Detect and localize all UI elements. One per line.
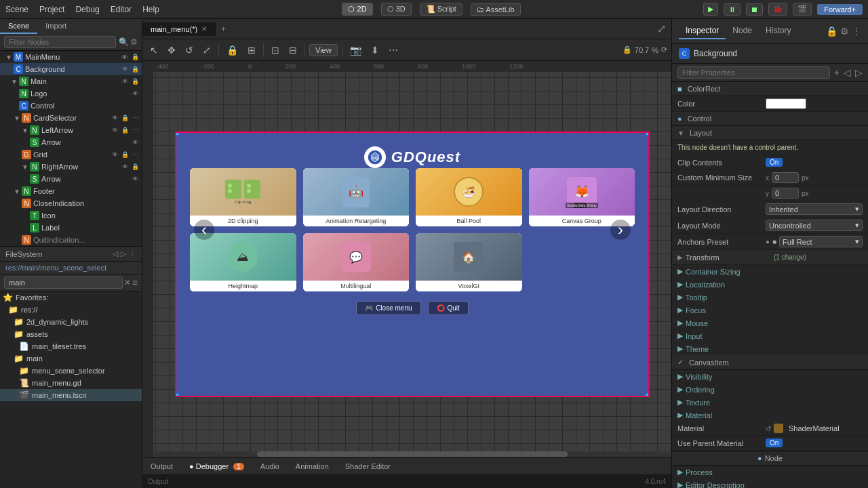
lock-main[interactable]: 🔒 <box>131 77 139 85</box>
more-grid[interactable]: ⋯ <box>131 150 139 159</box>
tab-add-btn[interactable]: + <box>216 22 231 37</box>
tab-node[interactable]: Node <box>726 23 759 39</box>
scrollbar-horizontal[interactable] <box>153 451 671 457</box>
tab-inspector[interactable]: Inspector <box>679 23 726 39</box>
tree-item-quitind[interactable]: N QuitIndication... <box>0 234 142 246</box>
transform-chevron[interactable]: ▶ <box>677 253 683 261</box>
more-la[interactable]: ⋯ <box>131 126 139 134</box>
add-property-btn[interactable]: + <box>834 67 840 78</box>
tree-item-icon[interactable]: T Icon <box>0 209 142 222</box>
card-2d-clipping[interactable]: Clip Frog 2D clipping <box>190 168 296 226</box>
layout-dir-dropdown[interactable]: Inherited ▾ <box>766 203 863 215</box>
lock-cs[interactable]: 🔒 <box>121 114 129 122</box>
section-texture[interactable]: ▶ Texture <box>672 396 868 409</box>
move-tool[interactable]: ✥ <box>164 43 179 58</box>
menu-help[interactable]: Help <box>142 5 159 14</box>
camera-btn[interactable]: 📷 <box>347 43 365 58</box>
tree-item-rightarrow[interactable]: ▼ N RightArrow 👁 🔒 <box>0 161 142 173</box>
tree-item-main[interactable]: ▼ N Main 👁 🔒 <box>0 75 142 87</box>
rotate-tool[interactable]: ↺ <box>182 43 197 58</box>
fs-menu-btn[interactable]: ⋮ <box>129 249 136 258</box>
tree-item-cardselector[interactable]: ▼ N CardSelector 👁 🔒 ⋯ <box>0 112 142 124</box>
fs-main-tscn[interactable]: 🎬 main_menu.tscn <box>0 389 142 401</box>
fs-close-icon[interactable]: ✕ <box>124 278 131 287</box>
zoom-reset-btn[interactable]: ⟳ <box>661 45 667 54</box>
tree-item-grid[interactable]: G Grid 👁 🔒 ⋯ <box>0 148 142 161</box>
tree-item-background[interactable]: C Background 👁 🔒 <box>0 63 142 75</box>
card-ball-pool[interactable]: 🍜 Ball Pool <box>416 168 522 226</box>
play-button[interactable]: ▶ <box>703 3 718 16</box>
nav-right-arrow[interactable]: › <box>610 220 631 240</box>
menu-editor[interactable]: Editor <box>111 5 132 14</box>
tab-scene[interactable]: Scene <box>0 19 37 34</box>
inspector-lock-icon[interactable]: 🔒 <box>826 26 837 37</box>
fs-main-gd[interactable]: 📜 main_menu.gd <box>0 377 142 389</box>
filter-properties-input[interactable] <box>677 66 830 79</box>
tab-audio[interactable]: Audio <box>252 460 288 472</box>
use-parent-toggle[interactable]: On <box>766 439 783 447</box>
canvas-frame[interactable]: GQ GDQuest ‹ <box>175 131 650 397</box>
section-input[interactable]: ▶ Input <box>672 329 868 342</box>
fs-filter-input[interactable] <box>4 277 123 289</box>
mode-2d[interactable]: ⬡ 2D <box>342 3 372 16</box>
handle-tl[interactable] <box>175 131 179 136</box>
vis-background[interactable]: 👁 <box>121 65 129 73</box>
tab-output[interactable]: Output <box>142 460 181 472</box>
tab-history[interactable]: History <box>759 23 797 39</box>
handle-tr[interactable] <box>646 131 650 136</box>
view-btn[interactable]: View <box>309 44 338 56</box>
layout-mode-dropdown[interactable]: Uncontrolled ▾ <box>766 220 863 231</box>
section-mouse[interactable]: ▶ Mouse <box>672 317 868 329</box>
card-multilingual[interactable]: 💬 Multilingual <box>303 233 410 291</box>
tree-item-leftarrow[interactable]: ▼ N LeftArrow 👁 🔒 ⋯ <box>0 124 142 136</box>
menu-project[interactable]: Project <box>39 5 64 14</box>
inspector-more-icon[interactable]: ⋮ <box>852 26 861 37</box>
card-heightmap[interactable]: ⛰ Heightmap <box>190 233 296 291</box>
section-localization[interactable]: ▶ Localization <box>672 278 868 291</box>
tab-close-btn[interactable]: ✕ <box>201 25 207 33</box>
fs-fwd-btn[interactable]: ▷ <box>121 249 126 258</box>
tree-item-mainmenu[interactable]: ▼ M MainMenu 👁 🔒 <box>0 51 142 63</box>
inspector-filter-icon[interactable]: ⚙ <box>840 26 849 37</box>
color-swatch[interactable] <box>766 98 806 109</box>
vis-grid[interactable]: 👁 <box>111 150 119 159</box>
section-control[interactable]: ● Control <box>672 112 868 126</box>
lock-la[interactable]: 🔒 <box>121 126 129 134</box>
section-visibility[interactable]: ▶ Visibility <box>672 370 868 383</box>
tree-item-arrow1[interactable]: S Arrow 👁 <box>0 136 142 148</box>
filter-nodes-input[interactable] <box>4 36 116 48</box>
section-container-sizing[interactable]: ▶ Container Sizing <box>672 265 868 278</box>
vis-cs[interactable]: 👁 <box>111 114 119 122</box>
tree-item-logo[interactable]: N Logo 👁 <box>0 87 142 100</box>
menu-debug[interactable]: Debug <box>75 5 99 14</box>
tree-item-label[interactable]: L Label <box>0 222 142 234</box>
lock-btn[interactable]: 🔒 <box>223 43 241 58</box>
handle-right[interactable] <box>648 262 650 267</box>
menu-scene[interactable]: Scene <box>5 5 28 14</box>
handle-top[interactable] <box>410 131 415 133</box>
movie-button[interactable]: 🎬 <box>793 3 812 16</box>
custom-size-y[interactable] <box>772 188 799 199</box>
mode-script[interactable]: 📜 Script <box>420 3 462 16</box>
handle-br[interactable] <box>646 393 650 397</box>
vis-a1[interactable]: 👁 <box>131 138 139 146</box>
filter-icon[interactable]: 🔍 <box>119 37 129 47</box>
scale-tool[interactable]: ⤢ <box>199 43 214 58</box>
debug-button[interactable]: 🐞 <box>768 3 787 16</box>
tab-main-menu[interactable]: main_menu(*) ✕ <box>142 22 216 36</box>
nav-left-arrow[interactable]: ‹ <box>194 220 214 240</box>
lock-background[interactable]: 🔒 <box>131 65 139 73</box>
vis-ra[interactable]: 👁 <box>121 163 129 171</box>
section-layout[interactable]: ▼ Layout <box>672 126 868 140</box>
vis-logo[interactable]: 👁 <box>131 89 139 98</box>
quit-btn[interactable]: ⭕ Quit <box>428 301 469 315</box>
fs-back-btn[interactable]: ◁ <box>113 249 118 258</box>
mode-assetlib[interactable]: 🗂 AssetLib <box>471 3 521 16</box>
fs-res[interactable]: 📁 res:// <box>0 304 142 316</box>
tree-item-footer[interactable]: ▼ N Footer <box>0 185 142 197</box>
expand-icon[interactable]: ⤢ <box>652 22 671 35</box>
group-btn[interactable]: ⊞ <box>244 43 259 58</box>
download-btn[interactable]: ⬇ <box>368 43 382 58</box>
vis-a2[interactable]: 👁 <box>131 175 139 183</box>
anchors-dropdown[interactable]: Full Rect ▾ <box>779 236 863 247</box>
